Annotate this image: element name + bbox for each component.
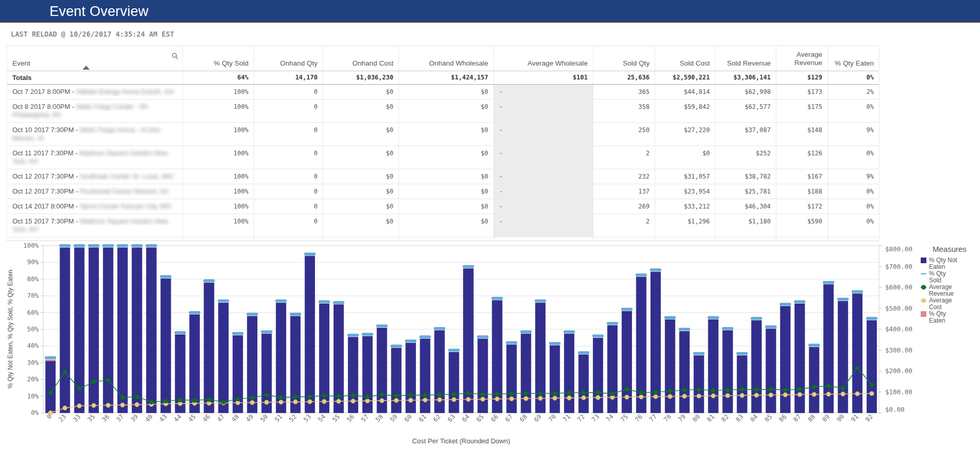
- bar-not-eaten-46[interactable]: [204, 281, 214, 413]
- point-average-cost-33[interactable]: [77, 404, 81, 408]
- point-average-revenue-52[interactable]: [293, 395, 297, 399]
- point-average-cost-70[interactable]: [553, 396, 557, 400]
- bar-not-eaten-88[interactable]: [809, 345, 819, 413]
- point-average-cost-79[interactable]: [682, 394, 686, 398]
- point-average-cost-36[interactable]: [106, 403, 110, 407]
- marker-qty-sold-23[interactable]: [59, 245, 70, 247]
- point-average-cost-88[interactable]: [812, 392, 816, 396]
- point-average-cost-73[interactable]: [596, 395, 600, 399]
- marker-qty-sold-85[interactable]: [766, 326, 776, 328]
- point-average-revenue-58[interactable]: [380, 393, 384, 397]
- point-average-revenue-90[interactable]: [841, 386, 845, 390]
- point-average-cost-91[interactable]: [855, 392, 859, 396]
- search-icon[interactable]: [172, 53, 178, 59]
- bar-not-eaten-92[interactable]: [867, 318, 877, 413]
- bar-not-eaten-39[interactable]: [132, 246, 142, 413]
- event-cell[interactable]: Oct 15 2017 7:30PM - Madison Square Gard…: [7, 214, 183, 237]
- column-header-event[interactable]: Event: [7, 46, 183, 71]
- point-average-revenue-23[interactable]: [63, 370, 67, 374]
- point-average-cost-81[interactable]: [711, 394, 715, 398]
- marker-qty-sold-79[interactable]: [679, 328, 690, 330]
- marker-qty-sold-69[interactable]: [535, 300, 546, 302]
- point-average-cost-86[interactable]: [783, 393, 787, 397]
- point-average-revenue-49[interactable]: [250, 396, 254, 400]
- marker-qty-sold-86[interactable]: [780, 303, 791, 305]
- column-header-average-revenue[interactable]: AverageRevenue: [776, 46, 828, 71]
- bar-not-eaten-40[interactable]: [146, 246, 157, 413]
- point-average-revenue-51[interactable]: [279, 395, 283, 399]
- point-average-revenue-79[interactable]: [682, 388, 686, 392]
- sort-ascending-icon[interactable]: [82, 66, 90, 70]
- event-cell[interactable]: Oct 10 2017 7:30PM - Wells Fargo Arena -…: [7, 123, 183, 146]
- marker-qty-sold-54[interactable]: [319, 300, 329, 302]
- marker-qty-sold-40[interactable]: [146, 245, 157, 247]
- point-average-cost-62[interactable]: [437, 397, 441, 402]
- marker-qty-sold-63[interactable]: [449, 349, 459, 351]
- marker-qty-sold-61[interactable]: [420, 335, 430, 338]
- point-average-cost-80[interactable]: [696, 394, 701, 398]
- point-average-revenue-76[interactable]: [639, 391, 643, 395]
- marker-qty-sold-64[interactable]: [463, 265, 474, 267]
- point-average-cost-51[interactable]: [279, 400, 283, 404]
- point-average-revenue-73[interactable]: [596, 391, 600, 395]
- marker-qty-sold-72[interactable]: [578, 351, 589, 354]
- point-average-cost-72[interactable]: [582, 395, 586, 399]
- point-average-cost-77[interactable]: [654, 394, 658, 398]
- point-average-revenue-82[interactable]: [725, 388, 729, 392]
- point-average-cost-76[interactable]: [639, 395, 643, 399]
- point-average-revenue-67[interactable]: [509, 392, 513, 396]
- marker-qty-sold-58[interactable]: [376, 325, 387, 327]
- bar-not-eaten-85[interactable]: [766, 327, 776, 413]
- point-average-revenue-56[interactable]: [351, 393, 355, 397]
- marker-qty-sold-90[interactable]: [838, 298, 849, 300]
- bar-not-eaten-0[interactable]: [45, 361, 56, 413]
- marker-qty-sold-89[interactable]: [823, 281, 834, 283]
- point-average-cost-57[interactable]: [366, 399, 370, 403]
- point-average-revenue-91[interactable]: [855, 366, 859, 370]
- marker-qty-sold-68[interactable]: [521, 331, 531, 333]
- point-average-revenue-66[interactable]: [495, 392, 499, 396]
- point-average-revenue-83[interactable]: [740, 387, 744, 391]
- marker-qty-sold-36[interactable]: [103, 245, 113, 247]
- marker-qty-sold-87[interactable]: [794, 300, 805, 302]
- marker-qty-sold-39[interactable]: [131, 245, 142, 247]
- bar-not-eaten-23[interactable]: [60, 246, 70, 413]
- marker-qty-sold-73[interactable]: [592, 335, 603, 337]
- point-average-revenue-80[interactable]: [696, 387, 701, 391]
- point-average-cost-37[interactable]: [121, 403, 125, 407]
- marker-qty-sold-49[interactable]: [247, 313, 258, 315]
- point-average-cost-85[interactable]: [769, 393, 773, 397]
- point-average-revenue-88[interactable]: [812, 385, 816, 389]
- marker-qty-sold-70[interactable]: [550, 342, 560, 344]
- point-average-revenue-57[interactable]: [366, 395, 370, 399]
- point-average-cost-89[interactable]: [826, 392, 830, 396]
- marker-qty-sold-44[interactable]: [175, 331, 186, 333]
- point-average-revenue-84[interactable]: [754, 388, 758, 392]
- point-average-cost-92[interactable]: [870, 391, 874, 395]
- marker-qty-sold-74[interactable]: [607, 322, 618, 324]
- point-average-revenue-50[interactable]: [264, 393, 269, 397]
- point-average-cost-64[interactable]: [466, 397, 470, 402]
- point-average-revenue-63[interactable]: [452, 392, 456, 396]
- bar-not-eaten-81[interactable]: [708, 317, 719, 413]
- point-average-revenue-45[interactable]: [192, 398, 196, 403]
- marker-qty-sold-56[interactable]: [347, 334, 358, 336]
- point-average-cost-83[interactable]: [740, 393, 744, 397]
- marker-qty-sold-78[interactable]: [665, 316, 675, 318]
- point-average-cost-66[interactable]: [495, 397, 499, 401]
- event-cell[interactable]: Oct 12 2017 7:30PM - Prudential Center N…: [7, 184, 183, 199]
- point-average-revenue-81[interactable]: [711, 388, 715, 392]
- bar-not-eaten-70[interactable]: [550, 344, 560, 413]
- point-average-revenue-78[interactable]: [668, 389, 672, 393]
- marker-qty-sold-65[interactable]: [477, 335, 488, 338]
- marker-qty-sold-92[interactable]: [866, 317, 877, 319]
- point-average-cost-58[interactable]: [380, 398, 384, 403]
- marker-qty-sold-57[interactable]: [362, 333, 373, 335]
- bar-not-eaten-35[interactable]: [89, 246, 99, 413]
- bar-not-eaten-83[interactable]: [737, 354, 748, 413]
- marker-qty-sold-67[interactable]: [506, 342, 517, 344]
- point-average-cost-78[interactable]: [668, 394, 672, 398]
- point-average-revenue-72[interactable]: [582, 391, 586, 395]
- marker-qty-sold-45[interactable]: [189, 311, 200, 313]
- bar-not-eaten-80[interactable]: [694, 354, 704, 413]
